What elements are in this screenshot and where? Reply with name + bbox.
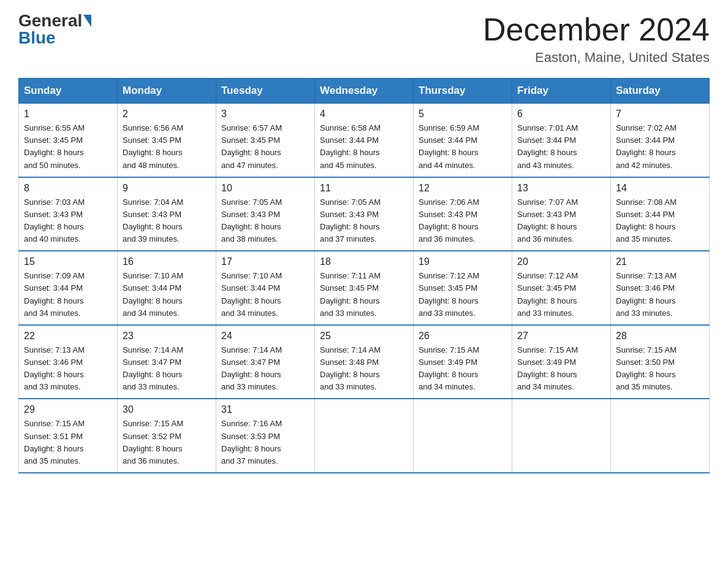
daylight-label: Daylight: 8 hours	[24, 296, 84, 305]
sunrise-label: Sunrise: 7:14 AM	[123, 345, 183, 354]
sunset-label: Sunset: 3:44 PM	[517, 136, 576, 145]
daylight-minutes: and 33 minutes.	[320, 308, 377, 318]
day-info: Sunrise: 7:15 AM Sunset: 3:51 PM Dayligh…	[24, 418, 112, 467]
daylight-label: Daylight: 8 hours	[320, 148, 380, 157]
day-number: 6	[517, 109, 605, 120]
sunset-label: Sunset: 3:44 PM	[616, 210, 675, 219]
daylight-minutes: and 34 minutes.	[24, 308, 81, 318]
day-info: Sunrise: 7:15 AM Sunset: 3:50 PM Dayligh…	[616, 344, 704, 394]
day-number: 14	[616, 183, 704, 194]
sunset-label: Sunset: 3:44 PM	[24, 283, 83, 293]
calendar-header: Sunday Monday Tuesday Wednesday Thursday…	[19, 79, 710, 104]
sunset-label: Sunset: 3:45 PM	[123, 136, 181, 145]
sunrise-label: Sunrise: 7:04 AM	[123, 197, 183, 207]
day-number: 19	[419, 256, 507, 267]
sunrise-label: Sunrise: 7:16 AM	[221, 419, 282, 428]
sunset-label: Sunset: 3:44 PM	[320, 136, 379, 145]
calendar-cell: 11 Sunrise: 7:05 AM Sunset: 3:43 PM Dayl…	[315, 177, 414, 251]
daylight-minutes: and 33 minutes.	[24, 382, 81, 391]
daylight-label: Daylight: 8 hours	[616, 296, 676, 305]
day-info: Sunrise: 7:03 AM Sunset: 3:43 PM Dayligh…	[24, 196, 112, 246]
sunrise-label: Sunrise: 7:02 AM	[616, 123, 677, 132]
daylight-minutes: and 42 minutes.	[616, 161, 673, 170]
daylight-minutes: and 35 minutes.	[616, 234, 673, 243]
day-info: Sunrise: 7:14 AM Sunset: 3:48 PM Dayligh…	[320, 344, 408, 394]
day-info: Sunrise: 7:15 AM Sunset: 3:52 PM Dayligh…	[123, 418, 211, 467]
day-info: Sunrise: 7:15 AM Sunset: 3:49 PM Dayligh…	[517, 344, 605, 394]
sunrise-label: Sunrise: 7:12 AM	[419, 271, 479, 280]
sunrise-label: Sunrise: 7:08 AM	[616, 197, 677, 207]
page-header: General Blue December 2024 Easton, Maine…	[18, 12, 710, 66]
daylight-label: Daylight: 8 hours	[24, 148, 84, 157]
sunrise-label: Sunrise: 7:09 AM	[24, 271, 85, 280]
daylight-label: Daylight: 8 hours	[123, 444, 183, 453]
month-title: December 2024	[483, 12, 710, 47]
daylight-label: Daylight: 8 hours	[517, 222, 577, 231]
daylight-minutes: and 43 minutes.	[517, 161, 574, 170]
calendar-cell: 27 Sunrise: 7:15 AM Sunset: 3:49 PM Dayl…	[512, 325, 611, 399]
daylight-minutes: and 37 minutes.	[320, 234, 377, 243]
daylight-minutes: and 33 minutes.	[517, 308, 574, 318]
calendar-cell: 17 Sunrise: 7:10 AM Sunset: 3:44 PM Dayl…	[216, 251, 315, 325]
sunrise-label: Sunrise: 6:59 AM	[419, 123, 479, 132]
sunset-label: Sunset: 3:52 PM	[123, 432, 181, 441]
calendar-cell: 14 Sunrise: 7:08 AM Sunset: 3:44 PM Dayl…	[611, 177, 710, 251]
daylight-label: Daylight: 8 hours	[517, 296, 577, 305]
daylight-minutes: and 33 minutes.	[221, 382, 278, 391]
calendar-cell: 2 Sunrise: 6:56 AM Sunset: 3:45 PM Dayli…	[118, 104, 216, 177]
title-section: December 2024 Easton, Maine, United Stat…	[483, 12, 710, 66]
day-info: Sunrise: 7:14 AM Sunset: 3:47 PM Dayligh…	[221, 344, 309, 394]
sunset-label: Sunset: 3:44 PM	[123, 283, 181, 293]
calendar-cell: 13 Sunrise: 7:07 AM Sunset: 3:43 PM Dayl…	[512, 177, 611, 251]
calendar-week-4: 22 Sunrise: 7:13 AM Sunset: 3:46 PM Dayl…	[19, 325, 710, 399]
logo-blue-text: Blue	[18, 29, 56, 47]
daylight-minutes: and 33 minutes.	[419, 308, 476, 318]
day-number: 20	[517, 256, 605, 267]
day-info: Sunrise: 7:07 AM Sunset: 3:43 PM Dayligh…	[517, 196, 605, 246]
calendar-cell: 21 Sunrise: 7:13 AM Sunset: 3:46 PM Dayl…	[611, 251, 710, 325]
daylight-minutes: and 34 minutes.	[419, 382, 476, 391]
sunset-label: Sunset: 3:49 PM	[419, 358, 477, 367]
calendar-cell: 7 Sunrise: 7:02 AM Sunset: 3:44 PM Dayli…	[611, 104, 710, 177]
daylight-minutes: and 37 minutes.	[221, 456, 278, 465]
sunset-label: Sunset: 3:43 PM	[517, 210, 576, 219]
calendar-cell: 4 Sunrise: 6:58 AM Sunset: 3:44 PM Dayli…	[315, 104, 414, 177]
day-number: 22	[24, 331, 112, 342]
day-number: 27	[517, 331, 605, 342]
sunset-label: Sunset: 3:44 PM	[419, 136, 477, 145]
sunset-label: Sunset: 3:45 PM	[517, 283, 576, 293]
day-number: 1	[24, 109, 112, 120]
col-monday: Monday	[118, 79, 216, 104]
sunset-label: Sunset: 3:43 PM	[24, 210, 83, 219]
day-info: Sunrise: 7:01 AM Sunset: 3:44 PM Dayligh…	[517, 122, 605, 172]
day-number: 26	[419, 331, 507, 342]
daylight-label: Daylight: 8 hours	[419, 296, 479, 305]
day-number: 5	[419, 109, 507, 120]
logo: General Blue	[18, 12, 91, 47]
calendar-cell	[315, 399, 414, 473]
daylight-label: Daylight: 8 hours	[517, 370, 577, 379]
daylight-minutes: and 39 minutes.	[123, 234, 180, 243]
sunrise-label: Sunrise: 6:56 AM	[123, 123, 183, 132]
daylight-label: Daylight: 8 hours	[419, 222, 479, 231]
sunrise-label: Sunrise: 7:15 AM	[616, 345, 677, 354]
daylight-minutes: and 33 minutes.	[123, 382, 180, 391]
daylight-minutes: and 40 minutes.	[24, 234, 81, 243]
sunrise-label: Sunrise: 7:12 AM	[517, 271, 578, 280]
daylight-label: Daylight: 8 hours	[616, 222, 676, 231]
sunrise-label: Sunrise: 7:01 AM	[517, 123, 578, 132]
daylight-minutes: and 44 minutes.	[419, 161, 476, 170]
day-number: 30	[123, 404, 211, 415]
day-info: Sunrise: 6:55 AM Sunset: 3:45 PM Dayligh…	[24, 122, 112, 172]
sunrise-label: Sunrise: 7:03 AM	[24, 197, 85, 207]
daylight-minutes: and 48 minutes.	[123, 161, 180, 170]
sunrise-label: Sunrise: 6:57 AM	[221, 123, 282, 132]
calendar-cell: 8 Sunrise: 7:03 AM Sunset: 3:43 PM Dayli…	[19, 177, 118, 251]
calendar-cell	[512, 399, 611, 473]
calendar-cell	[611, 399, 710, 473]
calendar-cell: 18 Sunrise: 7:11 AM Sunset: 3:45 PM Dayl…	[315, 251, 414, 325]
day-number: 2	[123, 109, 211, 120]
sunset-label: Sunset: 3:53 PM	[221, 432, 280, 441]
daylight-label: Daylight: 8 hours	[616, 148, 676, 157]
location-text: Easton, Maine, United States	[483, 50, 710, 66]
